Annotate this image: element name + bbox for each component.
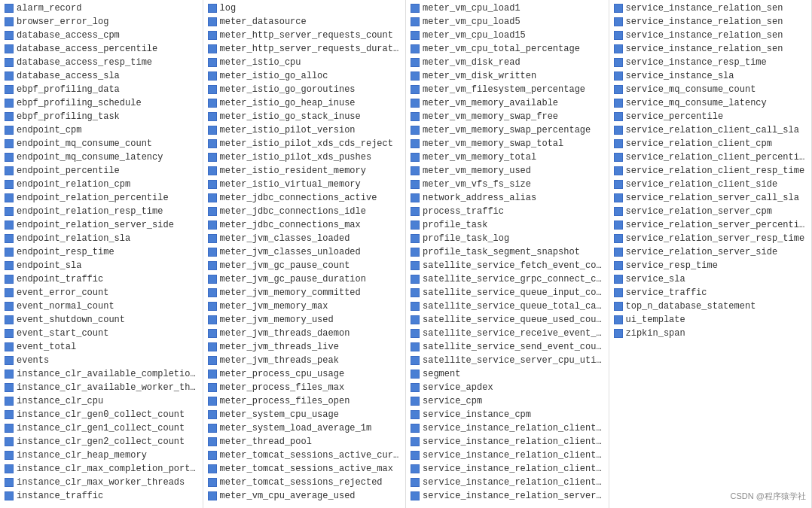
list-item[interactable]: process_traffic [409,205,606,218]
list-item[interactable]: endpoint_relation_sla [3,232,200,245]
list-item[interactable]: event_error_count [3,286,200,300]
list-item[interactable]: meter_vm_memory_swap_free [409,110,606,123]
list-item[interactable]: meter_tomcat_sessions_active_max [206,462,403,476]
list-item[interactable]: satellite_service_grpc_connect_count [409,272,606,286]
list-item[interactable]: instance_clr_gen1_collect_count [3,421,200,435]
list-item[interactable]: meter_jvm_gc_pause_count [206,259,403,272]
list-item[interactable]: database_access_cpm [3,29,200,42]
list-item[interactable]: service_relation_server_resp_time [612,232,809,245]
list-item[interactable]: meter_istio_resident_memory [206,164,403,178]
list-item[interactable]: meter_jdbc_connections_idle [206,205,403,218]
list-item[interactable]: service_instance_relation_sen [612,29,809,42]
list-item[interactable]: service_instance_relation_client_resp_ti… [409,462,606,476]
list-item[interactable]: service_instance_sla [612,69,809,83]
list-item[interactable]: instance_clr_cpu [3,394,200,408]
list-item[interactable]: ebpf_profiling_schedule [3,96,200,110]
list-item[interactable]: instance_clr_max_completion_port_threads [3,462,200,476]
list-item[interactable]: endpoint_resp_time [3,245,200,259]
list-item[interactable]: meter_jdbc_connections_max [206,218,403,232]
list-item[interactable]: meter_process_files_open [206,394,403,408]
list-item[interactable]: endpoint_relation_server_side [3,218,200,232]
list-item[interactable]: meter_jvm_threads_live [206,340,403,354]
list-item[interactable]: meter_vm_filesystem_percentage [409,83,606,96]
list-item[interactable]: profile_task_log [409,232,606,245]
list-item[interactable]: service_relation_client_side [612,178,809,191]
list-item[interactable]: satellite_service_queue_total_capacity [409,300,606,313]
list-item[interactable]: service_instance_relation_server_call_sl… [409,489,606,503]
list-item[interactable]: service_relation_server_call_sla [612,191,809,205]
list-item[interactable]: meter_istio_pilot_version [206,123,403,137]
list-item[interactable]: satellite_service_receive_event_count [409,327,606,340]
list-item[interactable]: meter_jvm_threads_daemon [206,327,403,340]
list-item[interactable]: endpoint_relation_resp_time [3,205,200,218]
list-item[interactable]: profile_task [409,218,606,232]
list-item[interactable]: meter_jvm_memory_max [206,300,403,313]
list-item[interactable]: endpoint_traffic [3,272,200,286]
list-item[interactable]: service_instance_relation_sen [612,2,809,15]
list-item[interactable]: service_relation_server_cpm [612,205,809,218]
list-item[interactable]: service_instance_resp_time [612,56,809,69]
list-item[interactable]: service_instance_cpm [409,408,606,421]
list-item[interactable]: meter_jvm_threads_peak [206,354,403,367]
list-item[interactable]: alarm_record [3,2,200,15]
list-item[interactable]: meter_istio_cpu [206,56,403,69]
list-item[interactable]: instance_clr_gen2_collect_count [3,435,200,449]
list-item[interactable]: service_relation_server_percentile [612,218,809,232]
list-item[interactable]: satellite_service_queue_input_count [409,286,606,300]
list-item[interactable]: meter_process_files_max [206,381,403,394]
list-item[interactable]: service_relation_client_cpm [612,137,809,151]
list-item[interactable]: meter_process_cpu_usage [206,367,403,381]
list-item[interactable]: instance_clr_available_completion_port_t… [3,367,200,381]
list-item[interactable]: endpoint_relation_percentile [3,191,200,205]
list-item[interactable]: ebpf_profiling_task [3,110,200,123]
list-item[interactable]: meter_jvm_classes_unloaded [206,245,403,259]
list-item[interactable]: segment [409,367,606,381]
list-item[interactable]: service_instance_relation_sen [612,15,809,29]
list-item[interactable]: service_instance_relation_client_cpm [409,435,606,449]
list-item[interactable]: meter_vm_memory_available [409,96,606,110]
list-item[interactable]: meter_system_cpu_usage [206,408,403,421]
list-item[interactable]: endpoint_relation_cpm [3,178,200,191]
list-item[interactable]: events [3,354,200,367]
list-item[interactable]: meter_istio_go_heap_inuse [206,96,403,110]
list-item[interactable]: meter_vm_memory_total [409,151,606,164]
list-item[interactable]: service_instance_relation_sen [612,42,809,56]
list-item[interactable]: database_access_percentile [3,42,200,56]
list-item[interactable]: service_traffic [612,286,809,300]
list-item[interactable]: meter_jdbc_connections_active [206,191,403,205]
list-item[interactable]: meter_system_load_average_1m [206,421,403,435]
list-item[interactable]: meter_tomcat_sessions_rejected [206,476,403,489]
list-item[interactable]: service_relation_server_side [612,245,809,259]
list-item[interactable]: service_instance_relation_client_call_sl… [409,421,606,435]
list-item[interactable]: top_n_database_statement [612,300,809,313]
list-item[interactable]: instance_clr_heap_memory [3,449,200,462]
list-item[interactable]: meter_istio_pilot_xds_cds_reject [206,137,403,151]
list-item[interactable]: event_normal_count [3,300,200,313]
list-item[interactable]: meter_vm_cpu_total_percentage [409,42,606,56]
list-item[interactable]: meter_vm_cpu_average_used [206,489,403,503]
list-item[interactable]: zipkin_span [612,327,809,340]
list-item[interactable]: ebpf_profiling_data [3,83,200,96]
list-item[interactable]: service_resp_time [612,259,809,272]
list-item[interactable]: service_percentile [612,110,809,123]
list-item[interactable]: endpoint_sla [3,259,200,272]
list-item[interactable]: meter_vm_disk_read [409,56,606,69]
list-item[interactable]: endpoint_percentile [3,164,200,178]
list-item[interactable]: meter_thread_pool [206,435,403,449]
list-item[interactable]: instance_clr_max_worker_threads [3,476,200,489]
list-item[interactable]: meter_vm_cpu_load15 [409,29,606,42]
list-item[interactable]: endpoint_cpm [3,123,200,137]
list-item[interactable]: meter_vm_memory_used [409,164,606,178]
list-item[interactable]: profile_task_segment_snapshot [409,245,606,259]
list-item[interactable]: database_access_sla [3,69,200,83]
list-item[interactable]: meter_jvm_gc_pause_duration [206,272,403,286]
list-item[interactable]: network_address_alias [409,191,606,205]
list-item[interactable]: meter_istio_virtual_memory [206,178,403,191]
list-item[interactable]: instance_clr_gen0_collect_count [3,408,200,421]
list-item[interactable]: meter_istio_go_alloc [206,69,403,83]
list-item[interactable]: log [206,2,403,15]
list-item[interactable]: satellite_service_server_cpu_utilization [409,354,606,367]
list-item[interactable]: browser_error_log [3,15,200,29]
list-item[interactable]: service_relation_client_percentile [612,151,809,164]
list-item[interactable]: meter_tomcat_sessions_active_current [206,449,403,462]
